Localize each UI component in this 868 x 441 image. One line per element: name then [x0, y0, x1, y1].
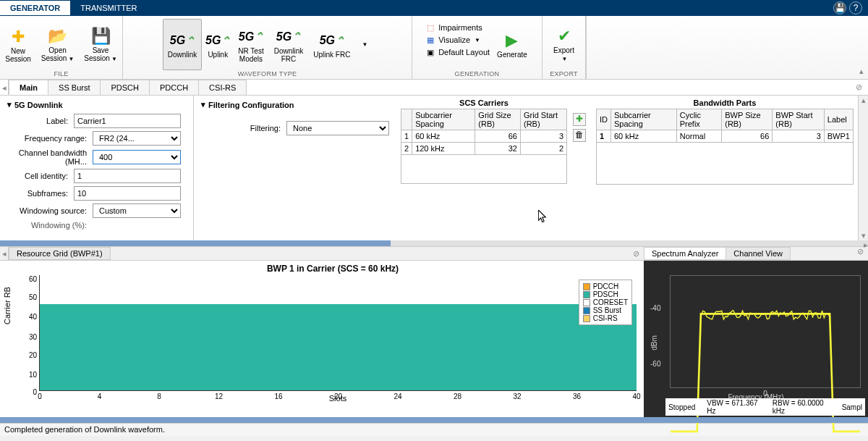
5g-icon: 5G⌃ [278, 27, 299, 47]
ribbon-group-generation: GENERATION [455, 70, 500, 77]
bw-label: Channel bandwidth (MH... [7, 148, 87, 166]
bottom-scrollbar[interactable] [0, 417, 868, 423]
waveform-ulfrc-button[interactable]: 5G⌃ Uplink FRC [309, 19, 354, 70]
spec-rbw: RBW = 60.0000 kHz [773, 399, 836, 415]
delete-row-button[interactable]: 🗑 [573, 129, 586, 142]
open-session-button[interactable]: 📂 Open Session▼ [37, 19, 79, 70]
generate-button[interactable]: ▶ Generate [493, 19, 532, 70]
plot-tab-channelview[interactable]: Channel View [726, 247, 791, 260]
spectrum-plot[interactable]: dBm -40 -60 0 Frequency (MHz) Stopped VB… [644, 261, 868, 417]
5g-icon: 5G⌃ [241, 27, 261, 47]
rg-title: BWP 1 in Carrier (SCS = 60 kHz) [29, 264, 637, 274]
waveform-more-button[interactable]: ▼ [356, 19, 372, 70]
section-5g-downlink[interactable]: ▾5G Downlink [7, 100, 181, 109]
scs-table[interactable]: Subcarrier SpacingGrid Size (RB)Grid Sta… [401, 109, 567, 184]
5g-icon: 5G⌃ [322, 30, 342, 51]
check-icon: ✔ [554, 26, 574, 46]
collapse-icon: ▾ [201, 100, 205, 109]
help-icon[interactable]: ? [849, 1, 862, 14]
table-row: 160 kHz663 [401, 130, 567, 143]
impairments-button[interactable]: ⬚Impairments [422, 22, 493, 33]
plus-icon: ✚ [8, 27, 28, 47]
disk-icon: 💾 [90, 26, 111, 46]
waveform-dlfrc-button[interactable]: 5G⌃ Downlink FRC [270, 19, 308, 70]
horizontal-scrollbar[interactable]: ▸ [0, 240, 868, 246]
tab-generator[interactable]: GENERATOR [0, 1, 70, 15]
subtab-ssburst[interactable]: SS Burst [48, 80, 101, 95]
collapse-icon: ▾ [7, 100, 12, 109]
subtab-main[interactable]: Main [9, 80, 48, 95]
resource-grid-plot[interactable]: BWP 1 in Carrier (SCS = 60 kHz) Carrier … [0, 261, 644, 417]
section-filtering[interactable]: ▾Filtering Configuration [201, 100, 389, 109]
spec-samp: Sampl [842, 403, 862, 411]
freq-select[interactable]: FR2 (24... [93, 131, 181, 146]
layout-icon: ▣ [425, 47, 435, 57]
cell-label: Cell identity: [7, 172, 68, 180]
waveform-uplink-button[interactable]: 5G⌃ Uplink [203, 19, 232, 70]
ribbon-collapse-button[interactable]: ▴ [855, 16, 868, 79]
save-session-button[interactable]: 💾 Save Session▼ [80, 19, 122, 70]
rg-ylabel: Carrier RB [3, 287, 12, 324]
table-row: 160 kHzNormal663BWP1 [597, 130, 854, 143]
rg-legend: PDCCH PDSCH CORESET SS Burst CSI-RS [579, 280, 632, 325]
subtab-pdcch[interactable]: PDCCH [149, 80, 199, 95]
spec-status: Stopped [668, 403, 695, 411]
filtering-select[interactable]: None [286, 121, 389, 135]
subframes-label: Subframes: [7, 189, 68, 198]
plot-panel-close[interactable]: ⊘ [629, 249, 644, 259]
tab-transmitter[interactable]: TRANSMITTER [70, 1, 147, 15]
tab-scroll-left[interactable]: ◂ [0, 80, 9, 95]
visualize-icon: ▦ [425, 35, 435, 45]
5g-icon: 5G⌃ [172, 30, 192, 51]
windowing-pct-label: Windowing (%): [7, 221, 87, 230]
folder-icon: 📂 [48, 26, 68, 46]
windowing-src-label: Windowing source: [7, 206, 87, 215]
subtab-csirs[interactable]: CSI-RS [198, 80, 247, 95]
scroll-down[interactable]: ▾ [861, 231, 866, 240]
impairments-icon: ⬚ [425, 22, 435, 33]
ribbon-group-export: EXPORT [550, 70, 578, 77]
ribbon-group-waveform: WAVEFORM TYPE [238, 70, 297, 77]
save-layout-icon[interactable]: 💾 [833, 1, 846, 14]
waveform-nrtest-button[interactable]: 5G⌃ NR Test Models [234, 19, 268, 70]
spec-ylabel: dBm [650, 335, 658, 350]
bw-select[interactable]: 400 [93, 150, 181, 164]
label-label: Label: [7, 117, 68, 125]
ribbon-group-file: FILE [54, 70, 68, 77]
plot-tab-resourcegrid[interactable]: Resource Grid (BWP#1) [9, 247, 111, 260]
new-session-button[interactable]: ✚ New Session [1, 19, 35, 70]
panel-close-button[interactable]: ⊘ [850, 80, 868, 95]
cell-input[interactable] [74, 169, 181, 183]
scs-table-title: SCS Carriers [401, 98, 567, 107]
freq-label: Frequency range: [7, 134, 87, 143]
add-row-button[interactable]: ✚ [573, 113, 586, 126]
plot-tab-spectrum[interactable]: Spectrum Analyzer [644, 247, 726, 260]
waveform-downlink-button[interactable]: 5G⌃ Downlink [163, 19, 203, 70]
subtab-pdsch[interactable]: PDSCH [100, 80, 150, 95]
play-icon: ▶ [502, 30, 522, 51]
bwp-table-title: Bandwidth Parts [596, 98, 854, 107]
label-input[interactable] [74, 114, 181, 128]
scroll-up[interactable]: ▴ [861, 96, 866, 105]
export-button[interactable]: ✔ Export▼ [549, 19, 579, 70]
spec-vbw: VBW = 671.367 Hz [707, 399, 767, 415]
5g-icon: 5G⌃ [208, 30, 228, 51]
table-row: 2120 kHz322 [401, 143, 567, 155]
visualize-button[interactable]: ▦Visualize▼ [422, 34, 493, 46]
default-layout-button[interactable]: ▣Default Layout [422, 46, 493, 58]
filtering-label: Filtering: [201, 124, 281, 133]
plot-scroll-left[interactable]: ◂ [0, 245, 9, 261]
subframes-input[interactable] [74, 186, 181, 201]
windowing-src-select[interactable]: Custom [93, 203, 181, 218]
bwp-table[interactable]: IDSubcarrier SpacingCyclic PrefixBWP Siz… [596, 109, 854, 185]
